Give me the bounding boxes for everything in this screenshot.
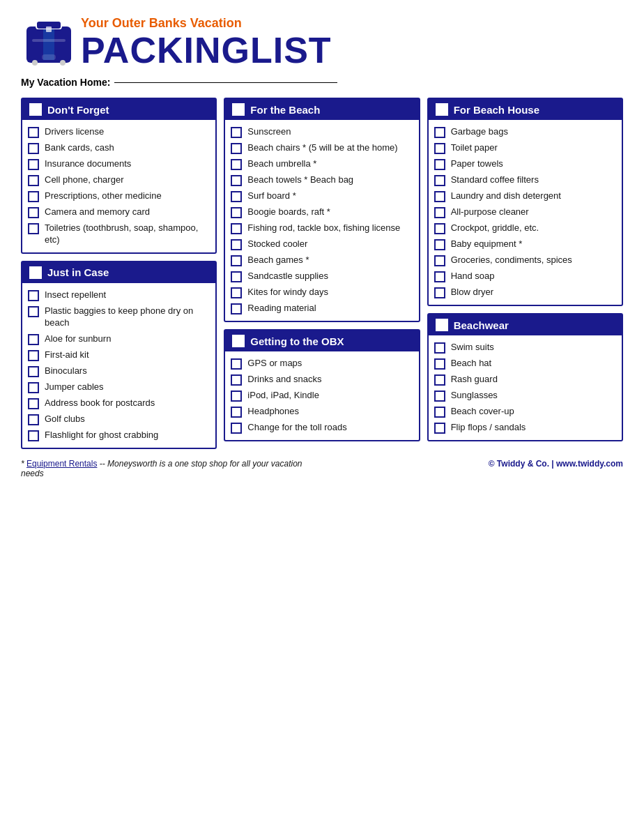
footer-right: © Twiddy & Co. | www.twiddy.com xyxy=(489,459,623,469)
checkbox[interactable] xyxy=(28,430,39,441)
checkbox[interactable] xyxy=(28,143,39,154)
checkbox[interactable] xyxy=(434,127,445,138)
list-item: Plastic baggies to keep phone dry on bea… xyxy=(28,303,210,331)
equipment-rentals-link[interactable]: Equipment Rentals xyxy=(26,459,97,469)
list-item: Binoculars xyxy=(28,363,210,379)
list-item: Golf clubs xyxy=(28,411,210,427)
checkbox[interactable] xyxy=(231,303,242,314)
checkbox[interactable] xyxy=(28,306,39,317)
section-checkbox-for-beach-house[interactable] xyxy=(436,103,448,116)
checkbox[interactable] xyxy=(434,175,445,186)
checkbox[interactable] xyxy=(231,175,242,186)
checkbox[interactable] xyxy=(231,287,242,298)
checkbox[interactable] xyxy=(434,287,445,298)
checkbox[interactable] xyxy=(28,127,39,138)
section-checkbox-getting-to-obx[interactable] xyxy=(232,335,245,347)
list-item: iPod, iPad, Kindle xyxy=(231,388,413,404)
checkbox[interactable] xyxy=(28,334,39,345)
list-item: Flashlight for ghost crabbing xyxy=(28,427,210,443)
checkbox[interactable] xyxy=(28,366,39,377)
checkbox[interactable] xyxy=(28,191,39,202)
checkbox[interactable] xyxy=(231,159,242,170)
checkbox[interactable] xyxy=(434,374,445,386)
checkbox[interactable] xyxy=(28,398,39,409)
section-body-for-beach-house: Garbage bags Toilet paper Paper towels S… xyxy=(429,120,622,305)
section-just-in-case: Just in Case Insect repellent Plastic ba… xyxy=(21,261,217,449)
checkbox[interactable] xyxy=(231,239,242,250)
section-header-for-the-beach: For the Beach xyxy=(225,99,418,120)
list-item: Stocked cooler xyxy=(231,236,413,252)
footer-left: * Equipment Rentals -- Moneysworth is a … xyxy=(21,459,314,478)
checkbox[interactable] xyxy=(28,382,39,393)
section-body-dont-forget: Drivers license Bank cards, cash Insuran… xyxy=(22,120,215,252)
checkbox[interactable] xyxy=(231,191,242,202)
columns: Don't Forget Drivers license Bank cards,… xyxy=(21,98,623,449)
list-item: Address book for postcards xyxy=(28,395,210,411)
checkbox[interactable] xyxy=(28,159,39,170)
section-title-dont-forget: Don't Forget xyxy=(47,104,109,116)
checkbox[interactable] xyxy=(231,358,242,370)
checkbox[interactable] xyxy=(231,127,242,138)
checkbox[interactable] xyxy=(434,143,445,154)
section-title-just-in-case: Just in Case xyxy=(47,266,109,278)
checkbox[interactable] xyxy=(231,374,242,386)
list-item: Sunscreen xyxy=(231,124,413,140)
checkbox[interactable] xyxy=(28,207,39,218)
checkbox[interactable] xyxy=(434,239,445,250)
section-title-for-beach-house: For Beach House xyxy=(454,104,539,116)
footer-star: * xyxy=(21,459,26,469)
checkbox[interactable] xyxy=(434,191,445,202)
list-item: Fishing rod, tackle box, fishing license xyxy=(231,220,413,236)
section-beachwear: Beachwear Swim suits Beach hat Rash guar… xyxy=(427,313,623,441)
list-item: Headphones xyxy=(231,404,413,420)
section-for-beach-house: For Beach House Garbage bags Toilet pape… xyxy=(427,98,623,306)
subtitle: Your Outer Banks Vacation xyxy=(81,16,332,31)
checkbox[interactable] xyxy=(434,342,445,354)
list-item: Rash guard xyxy=(434,372,616,388)
checkbox[interactable] xyxy=(434,223,445,234)
checkbox[interactable] xyxy=(434,159,445,170)
list-item: Toiletries (toothbrush, soap, shampoo, e… xyxy=(28,220,210,248)
list-item: Toilet paper xyxy=(434,140,616,156)
section-dont-forget: Don't Forget Drivers license Bank cards,… xyxy=(21,98,217,254)
vacation-home-underline xyxy=(114,82,337,83)
section-checkbox-beachwear[interactable] xyxy=(436,319,448,331)
list-item: Boogie boards, raft * xyxy=(231,204,413,220)
section-body-for-the-beach: Sunscreen Beach chairs * (5 will be at t… xyxy=(225,120,418,321)
checkbox[interactable] xyxy=(231,391,242,402)
checkbox[interactable] xyxy=(434,207,445,218)
checkbox[interactable] xyxy=(231,207,242,218)
checkbox[interactable] xyxy=(28,175,39,186)
vacation-home-label: My Vacation Home: xyxy=(21,77,110,88)
checkbox[interactable] xyxy=(231,255,242,266)
checkbox[interactable] xyxy=(28,350,39,361)
checkbox[interactable] xyxy=(28,223,39,234)
list-item: Jumper cables xyxy=(28,379,210,395)
list-item: Beach chairs * (5 will be at the home) xyxy=(231,140,413,156)
vacation-home-line: My Vacation Home: xyxy=(21,77,623,88)
checkbox[interactable] xyxy=(231,407,242,418)
checkbox[interactable] xyxy=(434,423,445,434)
list-item: Change for the toll roads xyxy=(231,420,413,436)
checkbox[interactable] xyxy=(434,391,445,402)
list-item: Swim suits xyxy=(434,340,616,356)
checkbox[interactable] xyxy=(434,358,445,370)
checkbox[interactable] xyxy=(434,407,445,418)
list-item: Beach towels * Beach bag xyxy=(231,172,413,188)
checkbox[interactable] xyxy=(434,255,445,266)
checkbox[interactable] xyxy=(434,271,445,282)
section-header-dont-forget: Don't Forget xyxy=(22,99,215,120)
list-item: Insurance documents xyxy=(28,156,210,172)
checkbox[interactable] xyxy=(231,271,242,282)
checkbox[interactable] xyxy=(28,290,39,301)
section-checkbox-dont-forget[interactable] xyxy=(29,103,42,116)
section-header-just-in-case: Just in Case xyxy=(22,262,215,283)
svg-rect-6 xyxy=(32,39,66,42)
checkbox[interactable] xyxy=(231,143,242,154)
list-item: Beach hat xyxy=(434,356,616,372)
section-checkbox-for-the-beach[interactable] xyxy=(232,103,245,116)
checkbox[interactable] xyxy=(231,223,242,234)
checkbox[interactable] xyxy=(28,414,39,425)
checkbox[interactable] xyxy=(231,423,242,434)
section-checkbox-just-in-case[interactable] xyxy=(29,266,42,279)
